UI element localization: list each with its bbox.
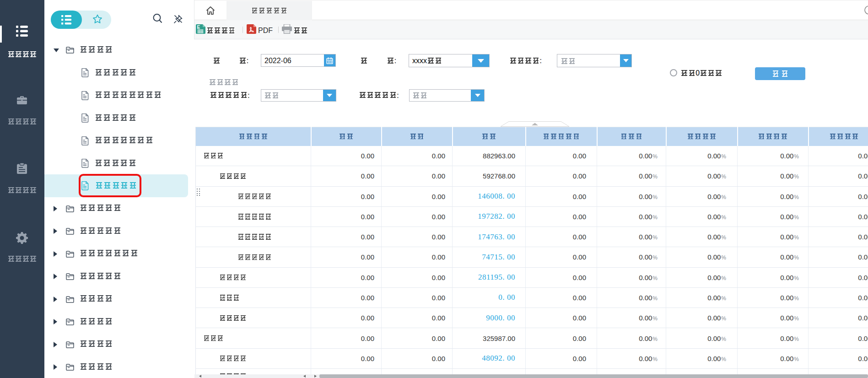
svg-text:E: E (197, 25, 200, 30)
